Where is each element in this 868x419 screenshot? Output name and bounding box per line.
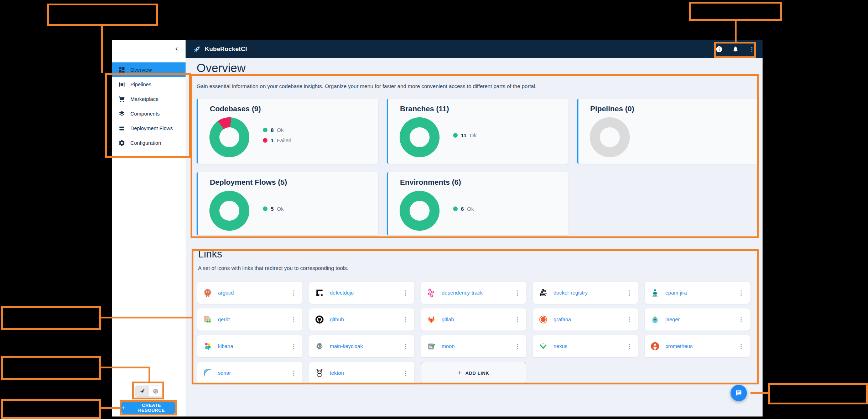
annotation-box-left-create (1, 399, 101, 419)
annotation-box-left-theme (1, 356, 101, 380)
annotation-box-bottom-right (768, 383, 868, 404)
sidebar-collapse-button[interactable] (172, 44, 181, 53)
page-title: Overview (197, 61, 246, 75)
annotation-connector-bottom-right (750, 392, 768, 394)
annotation-connector-left-theme-h (101, 367, 150, 368)
annotation-box-top-left (47, 4, 158, 26)
annotation-box-top-right (689, 2, 782, 21)
annotation-rect-header-icons (714, 42, 756, 58)
annotation-connector-top-left (101, 26, 103, 73)
chevron-left-icon (174, 46, 180, 52)
annotation-rect-create-resource (120, 400, 177, 415)
annotation-rect-overview-section (191, 74, 759, 238)
screenshot-canvas: Overview Pipelines Marketplace Component… (0, 0, 868, 419)
annotation-rect-links-section (192, 249, 759, 384)
chat-bubble-icon (735, 389, 743, 397)
top-header: KubeRocketCI (186, 40, 763, 58)
annotation-connector-left-links (101, 317, 192, 318)
annotation-connector-left-theme-v (149, 367, 150, 382)
feedback-chat-button[interactable] (731, 385, 747, 401)
brand: KubeRocketCI (193, 45, 247, 53)
annotation-box-left-links (1, 306, 101, 330)
annotation-rect-sidebar-nav (105, 73, 191, 158)
app-title: KubeRocketCI (205, 46, 247, 53)
dashboard-icon (118, 66, 125, 73)
sidebar-item-label: Overview (130, 67, 152, 73)
annotation-rect-theme-toggle (132, 382, 164, 399)
annotation-connector-left-create (101, 407, 120, 409)
annotation-connector-top-right (735, 21, 737, 42)
rocket-logo-icon (193, 45, 201, 53)
